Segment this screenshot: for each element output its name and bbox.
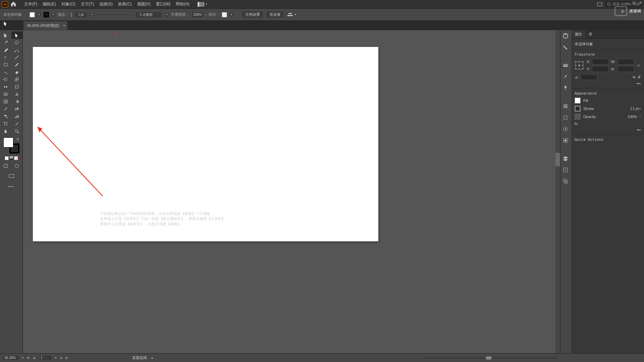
artboards-panel-icon[interactable]	[562, 178, 569, 185]
lasso-tool[interactable]	[11, 39, 23, 46]
w-input[interactable]	[618, 59, 634, 65]
width-tool[interactable]	[0, 83, 11, 90]
line-tool[interactable]	[11, 54, 23, 61]
brush-dropdown[interactable]: ▾	[164, 12, 169, 17]
brush-select[interactable]: · 3 点圆形	[136, 11, 162, 18]
eyedropper-tool[interactable]	[0, 105, 11, 113]
style-swatch[interactable]	[222, 12, 227, 17]
menu-type[interactable]: 文字(T)	[78, 1, 97, 7]
menu-edit[interactable]: 编辑(E)	[40, 1, 59, 7]
blend-tool[interactable]	[11, 105, 23, 113]
menu-view[interactable]: 视图(V)	[135, 1, 153, 7]
x-input[interactable]	[592, 59, 609, 65]
stroke-swatch[interactable]	[44, 12, 49, 17]
style-dropdown[interactable]: ▾	[229, 12, 234, 17]
selection-tool[interactable]	[0, 32, 11, 39]
appearance-fx-label[interactable]: fx.	[575, 122, 579, 126]
type-tool[interactable]: T	[0, 54, 11, 61]
curvature-tool[interactable]	[11, 46, 23, 54]
last-artboard-button[interactable]: ⊪	[64, 356, 69, 360]
appearance-fill-swatch[interactable]	[575, 98, 581, 104]
flip-v-icon[interactable]: ⇵	[638, 75, 641, 79]
maximize-button[interactable]: ☐	[632, 1, 636, 5]
transform-panel-icon[interactable]	[562, 115, 569, 121]
gradient-tool[interactable]	[11, 98, 23, 105]
minimize-button[interactable]: —	[625, 1, 629, 5]
fill-color[interactable]	[3, 137, 13, 147]
pen-tool[interactable]	[0, 46, 11, 54]
prev-artboard-button[interactable]: ◂	[32, 356, 36, 360]
menu-select[interactable]: 选择(S)	[97, 1, 115, 7]
appearance-opacity-value[interactable]: 100%	[628, 115, 637, 119]
angle-input[interactable]	[581, 74, 597, 80]
screenmode-icon[interactable]	[597, 2, 602, 6]
opacity-input[interactable]: 100%	[192, 11, 204, 18]
stroke-profile[interactable]	[96, 14, 128, 16]
zoom-dropdown[interactable]: ▾	[22, 356, 23, 359]
layers-panel-icon[interactable]	[562, 156, 569, 162]
canvas-area[interactable]: 下面我们来认识一下AI的操作界面，点击AI界面的【新建】一个画板， 在界面上方是…	[23, 30, 560, 353]
align-panel-icon[interactable]	[562, 103, 569, 110]
properties-tab[interactable]: 属性	[571, 30, 585, 39]
slider-thumb[interactable]	[486, 356, 492, 360]
brushes-panel-icon[interactable]	[562, 74, 569, 80]
slice-tool[interactable]	[11, 120, 23, 127]
symbols-panel-icon[interactable]	[562, 85, 569, 92]
drawing-mode-behind[interactable]	[11, 162, 23, 170]
symbol-sprayer-tool[interactable]	[0, 113, 11, 120]
paintbrush-tool[interactable]	[11, 61, 23, 68]
color-mode-gradient[interactable]	[9, 156, 13, 160]
appearance-stroke-swatch[interactable]	[575, 106, 581, 112]
preferences-button[interactable]: 首选项	[266, 11, 284, 18]
document-setup-button[interactable]: 文档设置	[241, 11, 264, 18]
stroke-dropdown[interactable]: ▾	[51, 12, 56, 17]
rectangle-tool[interactable]	[0, 61, 11, 68]
fill-dropdown[interactable]: ▾	[37, 12, 42, 17]
artboard-number[interactable]: 1	[39, 355, 52, 361]
perspective-grid-tool[interactable]	[11, 90, 23, 98]
appearance-opacity-swatch[interactable]	[575, 114, 581, 120]
next-artboard-button[interactable]: ▸	[59, 356, 64, 360]
shape-builder-tool[interactable]	[0, 90, 11, 98]
zoom-tool[interactable]	[11, 127, 23, 135]
link-wh-icon[interactable]: ⊘	[637, 63, 640, 68]
chevron-down-icon[interactable]: ▾	[206, 3, 207, 6]
chevron-down-icon[interactable]: ▾	[295, 13, 296, 16]
appearance-more-icon[interactable]: •••	[637, 128, 641, 132]
libraries-tab[interactable]: 库	[585, 30, 596, 39]
y-input[interactable]	[592, 66, 609, 72]
color-panel-icon[interactable]	[562, 33, 569, 40]
magic-wand-tool[interactable]	[0, 39, 11, 46]
asset-export-panel-icon[interactable]	[562, 167, 569, 174]
menu-window[interactable]: 窗口(W)	[153, 1, 173, 7]
shaper-tool[interactable]	[0, 68, 11, 76]
h-input[interactable]	[618, 66, 634, 72]
swatches-panel-icon[interactable]	[562, 44, 569, 51]
drawing-mode-normal[interactable]	[0, 162, 11, 170]
menu-help[interactable]: 帮助(H)	[173, 1, 192, 7]
opacity-expand[interactable]: ›	[206, 13, 207, 16]
transform-more-icon[interactable]: •••	[637, 81, 641, 85]
layout-switcher-icon[interactable]	[198, 2, 205, 7]
stroke-panel-icon[interactable]	[562, 62, 569, 69]
stroke-weight-dropdown[interactable]: ▾	[90, 12, 94, 17]
fill-stroke-indicator[interactable]: ↺	[3, 137, 19, 154]
document-tab[interactable]: 36.26% (RGB/预览) ×	[23, 21, 67, 30]
reference-point-icon[interactable]	[575, 61, 584, 70]
close-button[interactable]: ✕	[639, 1, 642, 5]
menu-object[interactable]: 对象(O)	[59, 1, 78, 7]
menu-file[interactable]: 文件(F)	[21, 1, 40, 7]
home-icon[interactable]	[11, 1, 17, 7]
artboard-tool[interactable]	[0, 120, 11, 127]
scrollbar-thumb[interactable]	[555, 153, 560, 166]
color-mode-none[interactable]: ／	[14, 156, 18, 160]
appearance-stroke-value[interactable]: 1 pt	[633, 107, 639, 111]
close-tab-button[interactable]: ×	[63, 23, 65, 27]
swap-fill-stroke-icon[interactable]: ↺	[16, 137, 19, 141]
rotate-tool[interactable]	[0, 76, 11, 83]
graphic-styles-panel-icon[interactable]	[562, 137, 569, 144]
free-transform-tool[interactable]	[11, 83, 23, 90]
navigator-slider[interactable]	[424, 357, 558, 359]
fill-swatch[interactable]	[30, 12, 35, 17]
first-artboard-button[interactable]: ⊪	[26, 356, 31, 360]
